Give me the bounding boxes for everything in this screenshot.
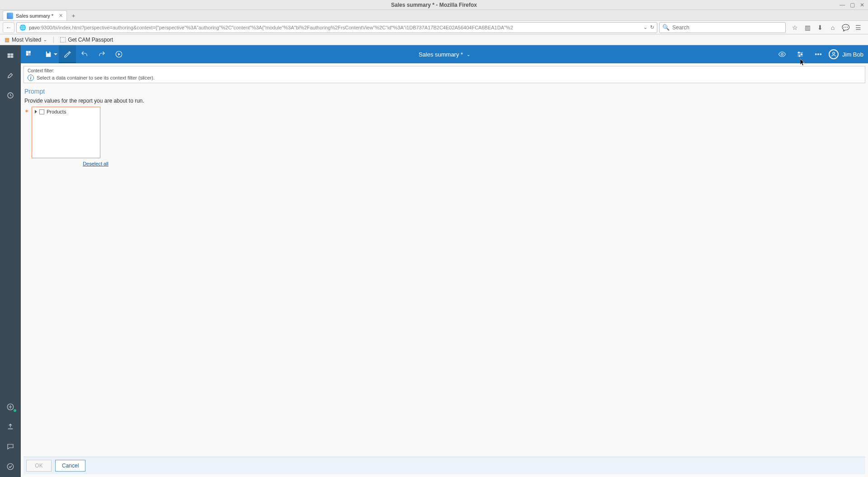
prompt-instruction: Provide values for the report you are ab…	[24, 98, 864, 104]
svg-point-13	[818, 54, 819, 55]
window-close-button[interactable]: ✕	[859, 2, 865, 8]
required-indicator: ✶	[24, 109, 29, 114]
window-maximize-button[interactable]: ▢	[849, 2, 855, 8]
hamburger-menu-icon[interactable]: ☰	[854, 23, 863, 32]
chevron-down-icon: ⌄	[467, 52, 470, 57]
bookmark-star-icon[interactable]: ☆	[790, 23, 799, 32]
firefox-bookmarks-bar: ▦ Most Visited ⌄ Get CAM Passport	[0, 34, 868, 45]
rail-check-icon[interactable]	[4, 460, 17, 473]
redo-button[interactable]	[93, 45, 110, 63]
tree-item-products[interactable]: Products	[35, 109, 97, 114]
svg-point-14	[820, 54, 821, 55]
undo-button[interactable]	[76, 45, 93, 63]
expand-caret-icon[interactable]	[35, 110, 37, 113]
new-tab-button[interactable]: ＋	[69, 11, 78, 20]
rail-add-icon[interactable]	[4, 400, 17, 414]
left-rail	[0, 45, 21, 477]
downloads-icon[interactable]: ⬇	[816, 23, 825, 32]
cancel-button[interactable]: Cancel	[55, 460, 85, 472]
info-icon: i	[28, 75, 34, 81]
run-button[interactable]	[110, 45, 127, 63]
rail-toolbox-icon[interactable]	[4, 69, 17, 82]
home-icon[interactable]: ⌂	[828, 23, 837, 32]
document-title: Sales summary *	[419, 51, 463, 58]
more-icon[interactable]	[811, 45, 826, 63]
bookmark-label: Most Visited	[12, 37, 41, 43]
document-title-dropdown[interactable]: Sales summary * ⌄	[419, 51, 470, 58]
avatar-icon	[829, 49, 839, 59]
checkbox[interactable]	[39, 109, 44, 114]
svg-point-10	[801, 54, 802, 55]
context-filter-panel: Context filter: i Select a data containe…	[24, 66, 865, 83]
prompt-tree[interactable]: Products	[32, 107, 100, 158]
svg-point-15	[833, 52, 835, 54]
tree-item-label: Products	[47, 109, 66, 114]
edit-button[interactable]	[59, 45, 76, 63]
user-name: Jim Bob	[842, 51, 863, 58]
library-icon[interactable]: ▥	[803, 23, 812, 32]
app-switcher-icon[interactable]	[21, 45, 38, 63]
app-toolbar: Sales summary * ⌄ Jim Bob	[21, 45, 868, 63]
svg-point-11	[799, 55, 800, 57]
svg-rect-6	[29, 54, 31, 56]
search-icon: 🔍	[662, 24, 670, 31]
page-icon	[60, 37, 66, 43]
context-filter-message: Select a data container to see its conte…	[37, 75, 155, 80]
bookmark-label: Get CAM Passport	[68, 37, 113, 43]
app-container: Sales summary * ⌄ Jim Bob	[0, 45, 868, 477]
save-button[interactable]	[38, 45, 59, 63]
bookmark-get-cam[interactable]: Get CAM Passport	[60, 37, 113, 43]
user-menu[interactable]: Jim Bob	[829, 49, 863, 59]
firefox-tab-bar: Sales summary * ✕ ＋	[0, 10, 868, 21]
firefox-nav-toolbar: ← 🌐 pavo:9300/bi/index.html?perspective=…	[0, 21, 868, 34]
svg-rect-3	[26, 51, 28, 53]
deselect-all-link[interactable]: Deselect all	[83, 161, 108, 166]
reload-icon[interactable]: ↻	[650, 24, 654, 30]
os-titlebar: Sales summary * - Mozilla Firefox — ▢ ✕	[0, 0, 868, 10]
svg-rect-5	[26, 54, 28, 56]
tab-favicon	[7, 13, 13, 19]
prompt-button-bar: OK Cancel	[24, 457, 865, 474]
rail-upload-icon[interactable]	[4, 420, 17, 434]
tab-title: Sales summary *	[16, 13, 53, 19]
folder-icon: ▦	[5, 37, 9, 43]
back-button[interactable]: ←	[3, 22, 14, 33]
rail-chat-icon[interactable]	[4, 440, 17, 453]
url-text: pavo:9300/bi/index.html?perspective=auth…	[29, 25, 641, 30]
mouse-cursor	[800, 59, 806, 66]
prompt-section: Prompt Provide values for the report you…	[24, 85, 865, 474]
svg-rect-4	[29, 51, 31, 53]
svg-point-12	[815, 54, 816, 55]
svg-point-9	[798, 52, 800, 53]
bookmark-most-visited[interactable]: ▦ Most Visited ⌄	[5, 37, 47, 43]
search-bar[interactable]: 🔍	[659, 22, 786, 33]
messages-icon[interactable]: 💬	[841, 23, 850, 32]
identity-globe-icon: 🌐	[19, 24, 26, 31]
url-bar[interactable]: 🌐 pavo:9300/bi/index.html?perspective=au…	[16, 22, 657, 33]
preview-icon[interactable]	[774, 45, 790, 63]
svg-point-8	[781, 53, 783, 56]
prompt-heading: Prompt	[24, 88, 864, 95]
ok-button[interactable]: OK	[26, 460, 52, 472]
separator	[53, 37, 54, 43]
browser-tab[interactable]: Sales summary * ✕	[3, 10, 67, 20]
search-input[interactable]	[672, 24, 783, 31]
chevron-down-icon	[54, 53, 57, 55]
svg-point-2	[7, 463, 14, 470]
content-area: Context filter: i Select a data containe…	[21, 63, 868, 477]
window-title: Sales summary * - Mozilla Firefox	[391, 2, 477, 8]
context-filter-label: Context filter:	[28, 68, 861, 73]
rail-data-icon[interactable]	[4, 49, 17, 62]
url-dropdown-icon[interactable]: ⌄	[643, 24, 647, 30]
tab-close-icon[interactable]: ✕	[56, 13, 63, 19]
chevron-down-icon: ⌄	[43, 38, 47, 42]
window-minimize-button[interactable]: —	[839, 2, 845, 8]
rail-pages-icon[interactable]	[4, 89, 17, 102]
